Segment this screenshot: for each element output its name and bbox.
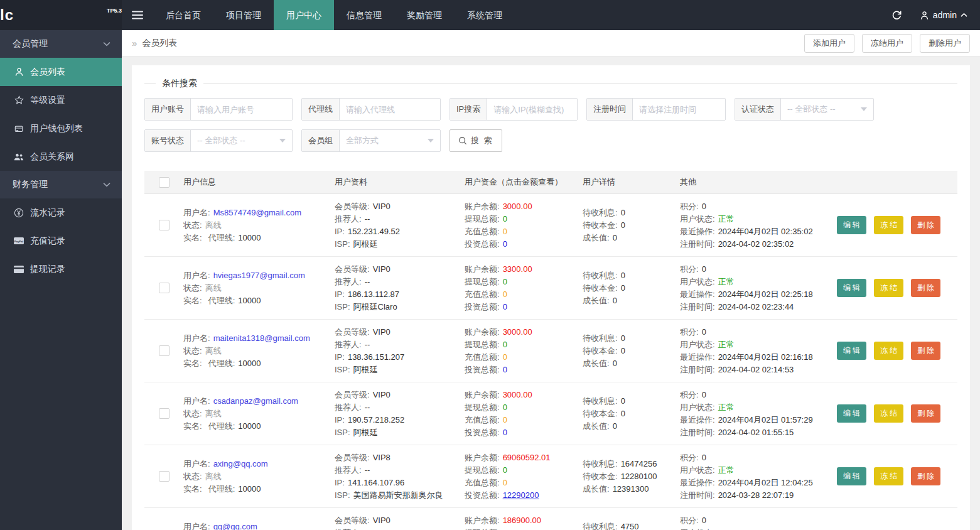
search-button[interactable]: 搜 索 <box>450 129 502 152</box>
balance-amount-link[interactable]: 3000.00 <box>503 327 532 337</box>
username-link[interactable]: Ms8574749@gmail.com <box>213 208 301 217</box>
field-label-recharge_total: 充值总额: <box>465 415 500 425</box>
topnav-item-2[interactable]: 项目管理 <box>213 0 274 30</box>
edit-button[interactable]: 编辑 <box>837 467 866 485</box>
vip-level-value: VIP0 <box>373 264 390 274</box>
freeze-user-button[interactable]: 冻结用户 <box>862 34 912 53</box>
topnav-item-1[interactable]: 后台首页 <box>153 0 213 30</box>
username-link[interactable]: maitenita1318@gmail.com <box>213 333 310 343</box>
delete-user-button[interactable]: 删除用户 <box>920 34 970 53</box>
auth-status-select[interactable]: -- 全部状态 -- <box>781 99 873 120</box>
balance-amount-link[interactable]: 186900.00 <box>503 516 541 525</box>
delete-button[interactable]: 删除 <box>911 404 940 423</box>
register-time-field[interactable] <box>633 99 725 120</box>
withdraw-total-link[interactable]: 0 <box>503 340 507 349</box>
topnav-item-6[interactable]: 系统管理 <box>455 0 515 30</box>
account-status-select-group: 账号状态-- 全部状态 -- <box>144 129 293 152</box>
refresh-icon[interactable] <box>891 10 902 21</box>
recharge-total-link[interactable]: 0 <box>503 227 507 236</box>
username-link[interactable]: hviegas1977@gmail.com <box>213 271 305 280</box>
withdraw-total-link[interactable]: 0 <box>503 277 507 286</box>
username-link[interactable]: csadanpaz@gmail.com <box>213 396 298 406</box>
row-checkbox[interactable] <box>159 220 170 230</box>
topnav-item-5[interactable]: 奖励管理 <box>394 0 455 30</box>
balance-amount-link[interactable]: 69060592.01 <box>503 453 551 462</box>
topbar: lc TP5.3 后台首页项目管理用户中心信息管理奖励管理系统管理 admin <box>0 0 980 30</box>
sidebar-group-header-2[interactable]: 财务管理 <box>0 171 122 198</box>
sidebar-item-1-4[interactable]: 会员关系网 <box>0 143 122 171</box>
edit-button[interactable]: 编辑 <box>837 279 866 297</box>
search-panel: 条件搜索 用户账号代理线IP搜索注册时间认证状态-- 全部状态 -- 账号状态-… <box>144 78 957 152</box>
row-checkbox[interactable] <box>159 471 170 482</box>
delete-button[interactable]: 删除 <box>911 216 940 234</box>
field-label-agent_line: 代理线: <box>208 233 235 242</box>
row-checkbox[interactable] <box>159 345 170 356</box>
field-label-growth: 成长值: <box>583 484 610 494</box>
edit-button[interactable]: 编辑 <box>837 216 866 234</box>
agent-line-field[interactable] <box>340 99 440 120</box>
username-link[interactable]: axing@qq.com <box>213 459 268 468</box>
topnav-item-4[interactable]: 信息管理 <box>334 0 394 30</box>
field-label-level: 会员等级: <box>335 516 370 525</box>
delete-button[interactable]: 删除 <box>911 467 940 485</box>
balance-amount-link[interactable]: 3000.00 <box>503 202 532 211</box>
row-checkbox[interactable] <box>159 408 170 419</box>
header-checkbox-cell <box>144 177 183 188</box>
invest-total-link[interactable]: 12290200 <box>503 490 539 500</box>
delete-button[interactable]: 删除 <box>911 342 940 360</box>
field-line: 提现总额:0 <box>465 401 583 414</box>
sidebar-item-2-2[interactable]: PayPal充值记录 <box>0 227 122 255</box>
freeze-button[interactable]: 冻结 <box>874 279 903 297</box>
recharge-total-link[interactable]: 0 <box>503 415 507 425</box>
auth-status-select-group: 认证状态-- 全部状态 -- <box>735 98 874 121</box>
freeze-button[interactable]: 冻结 <box>874 342 903 360</box>
growth-value: 12391300 <box>613 484 649 494</box>
edit-button[interactable]: 编辑 <box>837 404 866 423</box>
balance-amount-link[interactable]: 3000.00 <box>503 390 532 399</box>
balance-amount-link[interactable]: 3300.00 <box>503 264 532 274</box>
field-line: ISP:美国路易斯安那新奥尔良 <box>335 489 465 502</box>
invest-total-link[interactable]: 0 <box>503 239 507 249</box>
add-user-button[interactable]: 添加用户 <box>804 34 854 53</box>
field-line: 投资总额:0 <box>465 426 583 439</box>
username-link[interactable]: qq@qq.com <box>213 522 257 530</box>
account-status-select[interactable]: -- 全部状态 -- <box>191 130 292 151</box>
user-account-field[interactable] <box>191 99 292 120</box>
sidebar-item-1-2[interactable]: 等级设置 <box>0 86 122 114</box>
invest-total-link[interactable]: 0 <box>503 302 507 311</box>
field-label-points: 积分: <box>680 264 699 274</box>
invest-total-link[interactable]: 0 <box>503 428 507 437</box>
recharge-total-link[interactable]: 0 <box>503 352 507 362</box>
freeze-button[interactable]: 冻结 <box>874 467 903 485</box>
recharge-total-link[interactable]: 0 <box>503 289 507 299</box>
sidebar-item-1-3[interactable]: 用户钱包列表 <box>0 114 122 143</box>
last-action-value: 2024年04月02日 12:04:25 <box>718 478 813 487</box>
sidebar-item-2-3[interactable]: 提现记录 <box>0 255 122 283</box>
member-group-select[interactable]: 全部方式 <box>340 130 440 151</box>
freeze-button[interactable]: 冻结 <box>874 216 903 234</box>
last-action-value: 2024年04月02日 02:25:18 <box>718 289 813 299</box>
wallet-icon <box>14 124 24 133</box>
select-all-checkbox[interactable] <box>159 177 170 188</box>
sidebar-group-header-1[interactable]: 会员管理 <box>0 30 122 58</box>
field-label-realname: 实名: <box>183 359 202 368</box>
row-checkbox[interactable] <box>159 283 170 293</box>
sidebar-item-1-1[interactable]: 会员列表 <box>0 58 122 86</box>
user-status-value: 正常 <box>718 403 735 412</box>
withdraw-total-link[interactable]: 0 <box>503 403 507 412</box>
delete-button[interactable]: 删除 <box>911 279 940 297</box>
edit-button[interactable]: 编辑 <box>837 342 866 360</box>
recharge-total-link[interactable]: 0 <box>503 478 507 487</box>
field-line: 待收利息:0 <box>583 395 680 408</box>
sidebar-toggle-button[interactable] <box>122 0 153 30</box>
topnav-item-3[interactable]: 用户中心 <box>274 0 334 30</box>
invest-total-link[interactable]: 0 <box>503 365 507 374</box>
field-label-user_status: 用户状态: <box>680 465 715 475</box>
freeze-button[interactable]: 冻结 <box>874 404 903 423</box>
sidebar-item-2-1[interactable]: 流水记录 <box>0 198 122 227</box>
ip-search-field[interactable] <box>487 99 577 120</box>
withdraw-total-link[interactable]: 0 <box>503 465 507 475</box>
online-status-value: 离线 <box>205 283 222 293</box>
withdraw-total-link[interactable]: 0 <box>503 214 507 224</box>
user-menu[interactable]: admin <box>920 10 967 20</box>
